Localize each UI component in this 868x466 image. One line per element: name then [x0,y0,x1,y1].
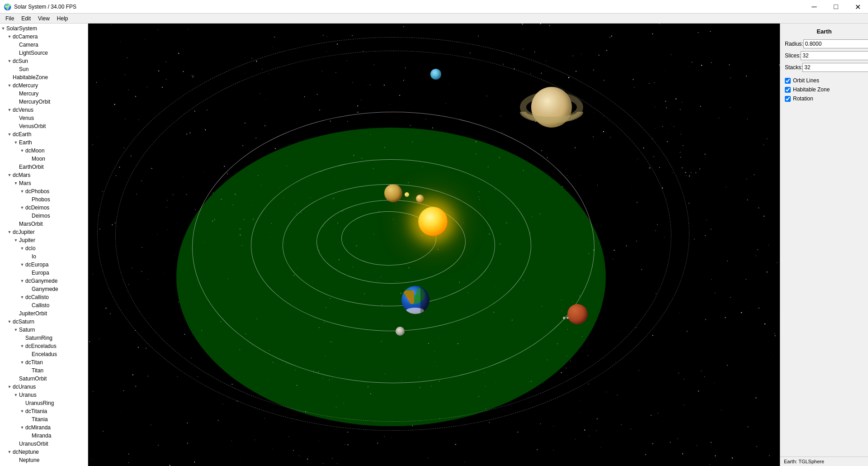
menu-help[interactable]: Help [53,14,72,23]
tree-item-jupiter[interactable]: ▼Jupiter [0,236,88,244]
left-panel[interactable]: ▼SolarSystem▼dcCameraCameraLightSource▼d… [0,24,88,466]
tree-item-titania[interactable]: Titania [0,415,88,423]
tree-label-dcdeimos: dcDeimos [25,204,86,211]
tree-item-dcsun[interactable]: ▼dcSun [0,57,88,65]
tree-item-uranusring[interactable]: UranusRing [0,399,88,407]
tree-item-miranda[interactable]: Miranda [0,432,88,440]
tree-item-venusorbit[interactable]: VenusOrbit [0,122,88,130]
menu-view[interactable]: View [34,14,53,23]
tree-item-venus[interactable]: Venus [0,114,88,122]
tree-item-dccamera[interactable]: ▼dcCamera [0,33,88,41]
tree-item-dcvenus[interactable]: ▼dcVenus [0,106,88,114]
stacks-input[interactable] [802,63,868,72]
tree-item-marsorbit[interactable]: MarsOrbit [0,220,88,228]
rotation-checkbox[interactable] [785,96,791,102]
tree-item-neptune[interactable]: Neptune [0,456,88,464]
tree-arrow-dcsun: ▼ [6,59,13,63]
tree-item-dcearth[interactable]: ▼dcEarth [0,130,88,138]
tree-label-marsorbit: MarsOrbit [19,221,86,227]
tree-item-dcsaturn[interactable]: ▼dcSaturn [0,318,88,326]
tree-item-jupiterorbit[interactable]: JupiterOrbit [0,309,88,318]
tree-item-deimos[interactable]: Deimos [0,212,88,220]
checkboxes-section: Orbit Lines Habitable Zone Rotation [785,77,863,102]
tree-item-titan[interactable]: Titan [0,366,88,375]
tree-label-titan: Titan [32,367,86,374]
tree-label-solarsystem: SolarSystem [6,25,86,32]
tree-item-camera[interactable]: Camera [0,41,88,49]
tree-item-saturnring[interactable]: SaturnRing [0,334,88,342]
tree-item-dcmars[interactable]: ▼dcMars [0,171,88,179]
tree-arrow-dcdeimos: ▼ [19,205,25,210]
tree-arrow-dctitan: ▼ [19,360,25,365]
tree-item-dctitan[interactable]: ▼dcTitan [0,358,88,366]
slices-row: Slices: [785,51,863,60]
tree-item-mercury[interactable]: Mercury [0,90,88,98]
tree-item-dcmercury[interactable]: ▼dcMercury [0,81,88,90]
earth [401,286,429,314]
sun [418,207,448,236]
orbit-lines-checkbox[interactable] [785,78,791,84]
app-icon: 🌍 [4,3,11,10]
tree-item-dcganymede[interactable]: ▼dcGanymede [0,277,88,285]
tree-item-ganymede[interactable]: Ganymede [0,285,88,293]
tree-item-solarsystem[interactable]: ▼SolarSystem [0,24,88,33]
tree-item-phobos[interactable]: Phobos [0,195,88,204]
maximize-button[interactable]: □ [826,0,846,14]
tree-label-dcmercury: dcMercury [13,82,86,89]
earth-moon [396,327,405,336]
tree-item-dcenceladus[interactable]: ▼dcEnceladus [0,342,88,350]
tree-label-earthorbit: EarthOrbit [19,164,86,170]
tree-item-sun[interactable]: Sun [0,65,88,73]
tree-label-dcsaturn: dcSaturn [13,319,86,325]
tree-item-dcneptune[interactable]: ▼dcNeptune [0,448,88,456]
tree-item-dcio[interactable]: ▼dcIo [0,244,88,252]
tree-item-saturn[interactable]: ▼Saturn [0,326,88,334]
menu-edit[interactable]: Edit [18,14,34,23]
tree-item-europa[interactable]: Europa [0,269,88,277]
tree-label-jupiter: Jupiter [19,237,86,243]
minimize-button[interactable]: ─ [804,0,825,14]
tree-item-dctitania[interactable]: ▼dcTitania [0,407,88,415]
orbit-lines-label: Orbit Lines [793,77,819,84]
radius-input[interactable] [803,39,868,48]
tree-item-dcphobos[interactable]: ▼dcPhobos [0,187,88,195]
tree-item-io[interactable]: Io [0,252,88,261]
tree-item-mercuryorbit[interactable]: MercuryOrbit [0,98,88,106]
tree-label-miranda: Miranda [32,433,86,439]
tree-label-dcsun: dcSun [13,58,86,64]
tree-item-uranusorbit[interactable]: UranusOrbit [0,440,88,448]
tree-label-dcuranus: dcUranus [13,384,86,390]
tree-label-habitablezone: HabitableZone [13,74,86,81]
tree-item-callisto[interactable]: Callisto [0,301,88,309]
tree-item-dcuranus[interactable]: ▼dcUranus [0,383,88,391]
tree-item-dcmoon[interactable]: ▼dcMoon [0,147,88,155]
tree-label-mercury: Mercury [19,90,86,97]
tree-item-enceladus[interactable]: Enceladus [0,350,88,358]
tree-arrow-dcsaturn: ▼ [6,319,13,324]
menu-file[interactable]: File [2,14,18,23]
tree-label-uranusorbit: UranusOrbit [19,441,86,447]
tree-label-callisto: Callisto [32,302,86,309]
tree-item-earth[interactable]: ▼Earth [0,138,88,147]
tree-item-habitablezone[interactable]: HabitableZone [0,73,88,81]
tree-item-earthorbit[interactable]: EarthOrbit [0,163,88,171]
tree-arrow-dccamera: ▼ [6,34,13,39]
tree-label-dcganymede: dcGanymede [25,278,86,284]
tree-item-dceuropa[interactable]: ▼dcEuropa [0,261,88,269]
tree-label-saturnorbit: SaturnOrbit [19,376,86,382]
viewport[interactable] [88,24,780,466]
tree-item-saturnorbit[interactable]: SaturnOrbit [0,375,88,383]
tree-item-mars[interactable]: ▼Mars [0,179,88,187]
tree-item-uranus[interactable]: ▼Uranus [0,391,88,399]
tree-item-dccallisto[interactable]: ▼dcCallisto [0,293,88,301]
radius-row: Radius: [785,39,863,48]
tree-item-dcdeimos[interactable]: ▼dcDeimos [0,204,88,212]
tree-label-sun: Sun [19,66,86,72]
slices-input[interactable] [801,51,868,60]
tree-item-lightsource[interactable]: LightSource [0,49,88,57]
close-button[interactable]: ✕ [847,0,868,14]
habitable-zone-checkbox[interactable] [785,87,791,93]
tree-item-moon[interactable]: Moon [0,155,88,163]
tree-item-dcjupiter[interactable]: ▼dcJupiter [0,228,88,236]
tree-item-dcmiranda[interactable]: ▼dcMiranda [0,423,88,432]
